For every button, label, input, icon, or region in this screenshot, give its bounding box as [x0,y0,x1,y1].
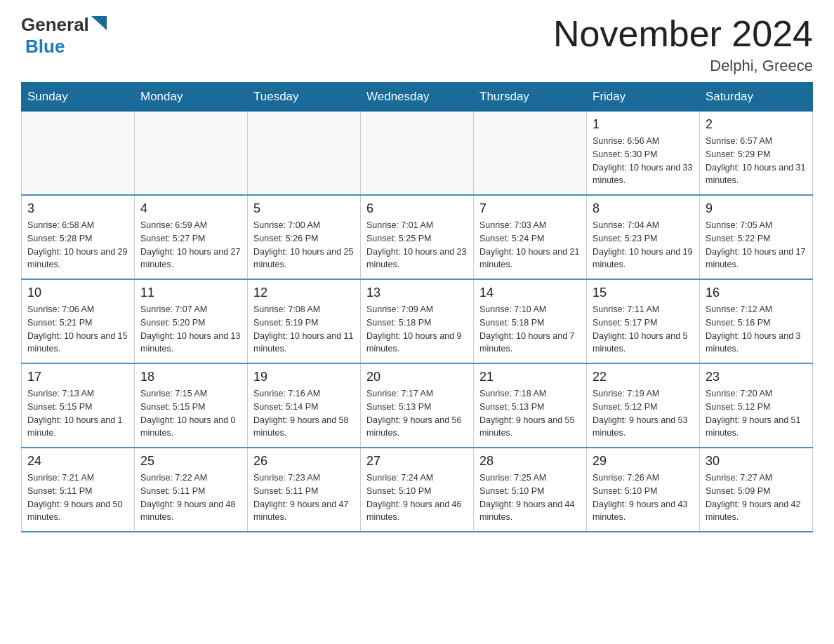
day-number: 17 [27,370,128,384]
day-info: Sunrise: 7:04 AMSunset: 5:23 PMDaylight:… [593,219,694,271]
day-info: Sunrise: 7:00 AMSunset: 5:26 PMDaylight:… [253,219,355,271]
calendar-cell: 27Sunrise: 7:24 AMSunset: 5:10 PMDayligh… [361,448,474,532]
day-number: 15 [593,286,694,300]
calendar-week-row: 10Sunrise: 7:06 AMSunset: 5:21 PMDayligh… [22,279,813,363]
calendar-cell: 23Sunrise: 7:20 AMSunset: 5:12 PMDayligh… [700,363,813,448]
header-saturday: Saturday [700,83,813,112]
calendar-cell: 20Sunrise: 7:17 AMSunset: 5:13 PMDayligh… [361,363,474,448]
calendar-cell: 2Sunrise: 6:57 AMSunset: 5:29 PMDaylight… [700,112,813,196]
day-info: Sunrise: 6:58 AMSunset: 5:28 PMDaylight:… [27,219,128,271]
calendar-cell: 15Sunrise: 7:11 AMSunset: 5:17 PMDayligh… [587,279,700,363]
day-info: Sunrise: 7:09 AMSunset: 5:18 PMDaylight:… [366,303,468,356]
day-number: 10 [27,286,128,300]
calendar-cell: 18Sunrise: 7:15 AMSunset: 5:15 PMDayligh… [135,363,248,448]
page-header: General Blue November 2024 Delphi, Greec… [21,14,813,75]
header-friday: Friday [587,83,700,112]
day-number: 19 [253,370,355,384]
header-tuesday: Tuesday [248,83,361,112]
calendar-cell: 7Sunrise: 7:03 AMSunset: 5:24 PMDaylight… [474,195,587,279]
day-info: Sunrise: 7:03 AMSunset: 5:24 PMDaylight:… [479,219,581,271]
day-number: 18 [140,370,241,384]
day-number: 29 [593,454,694,469]
day-info: Sunrise: 7:18 AMSunset: 5:13 PMDaylight:… [479,387,581,440]
calendar-cell: 10Sunrise: 7:06 AMSunset: 5:21 PMDayligh… [22,279,135,363]
calendar-cell: 22Sunrise: 7:19 AMSunset: 5:12 PMDayligh… [587,363,700,448]
day-info: Sunrise: 6:56 AMSunset: 5:30 PMDaylight:… [593,135,694,187]
day-number: 14 [479,286,581,300]
day-number: 13 [366,286,468,300]
calendar-cell: 13Sunrise: 7:09 AMSunset: 5:18 PMDayligh… [361,279,474,363]
header-sunday: Sunday [22,83,135,112]
svg-marker-0 [91,16,107,30]
calendar-cell [22,112,135,196]
day-info: Sunrise: 7:11 AMSunset: 5:17 PMDaylight:… [593,303,694,356]
calendar-cell: 9Sunrise: 7:05 AMSunset: 5:22 PMDaylight… [700,195,813,279]
logo-arrow-icon [91,16,107,30]
calendar-table: SundayMondayTuesdayWednesdayThursdayFrid… [21,82,813,532]
day-info: Sunrise: 7:06 AMSunset: 5:21 PMDaylight:… [27,303,128,356]
day-info: Sunrise: 7:23 AMSunset: 5:11 PMDaylight:… [253,471,355,524]
day-info: Sunrise: 6:59 AMSunset: 5:27 PMDaylight:… [140,219,241,271]
calendar-cell: 14Sunrise: 7:10 AMSunset: 5:18 PMDayligh… [474,279,587,363]
day-info: Sunrise: 7:26 AMSunset: 5:10 PMDaylight:… [593,471,694,524]
day-info: Sunrise: 7:13 AMSunset: 5:15 PMDaylight:… [27,387,128,440]
day-number: 23 [706,370,807,384]
day-number: 26 [253,454,355,469]
day-number: 12 [253,286,355,300]
calendar-cell: 17Sunrise: 7:13 AMSunset: 5:15 PMDayligh… [22,363,135,448]
header-thursday: Thursday [474,83,587,112]
calendar-cell: 12Sunrise: 7:08 AMSunset: 5:19 PMDayligh… [248,279,361,363]
calendar-cell: 6Sunrise: 7:01 AMSunset: 5:25 PMDaylight… [361,195,474,279]
day-info: Sunrise: 7:24 AMSunset: 5:10 PMDaylight:… [366,471,468,524]
day-number: 16 [706,286,807,300]
calendar-cell [248,112,361,196]
calendar-cell: 16Sunrise: 7:12 AMSunset: 5:16 PMDayligh… [700,279,813,363]
day-info: Sunrise: 7:17 AMSunset: 5:13 PMDaylight:… [366,387,468,440]
day-number: 6 [366,201,468,216]
day-number: 1 [593,117,694,132]
calendar-cell: 28Sunrise: 7:25 AMSunset: 5:10 PMDayligh… [474,448,587,532]
calendar-cell: 1Sunrise: 6:56 AMSunset: 5:30 PMDaylight… [587,112,700,196]
day-number: 5 [253,201,355,216]
day-number: 30 [706,454,807,469]
day-number: 25 [140,454,241,469]
calendar-cell: 5Sunrise: 7:00 AMSunset: 5:26 PMDaylight… [248,195,361,279]
day-number: 27 [366,454,468,469]
day-info: Sunrise: 7:15 AMSunset: 5:15 PMDaylight:… [140,387,241,440]
calendar-cell [135,112,248,196]
day-number: 11 [140,286,241,300]
calendar-cell: 4Sunrise: 6:59 AMSunset: 5:27 PMDaylight… [135,195,248,279]
day-info: Sunrise: 7:16 AMSunset: 5:14 PMDaylight:… [253,387,355,440]
calendar-cell: 26Sunrise: 7:23 AMSunset: 5:11 PMDayligh… [248,448,361,532]
day-info: Sunrise: 7:21 AMSunset: 5:11 PMDaylight:… [27,471,128,524]
day-info: Sunrise: 7:10 AMSunset: 5:18 PMDaylight:… [479,303,581,356]
calendar-cell: 21Sunrise: 7:18 AMSunset: 5:13 PMDayligh… [474,363,587,448]
calendar-cell: 25Sunrise: 7:22 AMSunset: 5:11 PMDayligh… [135,448,248,532]
day-number: 28 [479,454,581,469]
header-wednesday: Wednesday [361,83,474,112]
location-subtitle: Delphi, Greece [553,57,813,75]
day-info: Sunrise: 7:08 AMSunset: 5:19 PMDaylight:… [253,303,355,356]
day-info: Sunrise: 7:22 AMSunset: 5:11 PMDaylight:… [140,471,241,524]
day-number: 21 [479,370,581,384]
day-info: Sunrise: 7:20 AMSunset: 5:12 PMDaylight:… [706,387,807,440]
day-info: Sunrise: 7:07 AMSunset: 5:20 PMDaylight:… [140,303,241,356]
calendar-cell [361,112,474,196]
day-number: 8 [593,201,694,216]
day-number: 20 [366,370,468,384]
calendar-cell: 29Sunrise: 7:26 AMSunset: 5:10 PMDayligh… [587,448,700,532]
calendar-cell: 24Sunrise: 7:21 AMSunset: 5:11 PMDayligh… [22,448,135,532]
calendar-header-row: SundayMondayTuesdayWednesdayThursdayFrid… [22,83,813,112]
day-number: 2 [706,117,807,132]
calendar-cell: 19Sunrise: 7:16 AMSunset: 5:14 PMDayligh… [248,363,361,448]
calendar-cell: 30Sunrise: 7:27 AMSunset: 5:09 PMDayligh… [700,448,813,532]
day-info: Sunrise: 6:57 AMSunset: 5:29 PMDaylight:… [706,135,807,187]
calendar-cell: 8Sunrise: 7:04 AMSunset: 5:23 PMDaylight… [587,195,700,279]
day-info: Sunrise: 7:12 AMSunset: 5:16 PMDaylight:… [706,303,807,356]
day-info: Sunrise: 7:25 AMSunset: 5:10 PMDaylight:… [479,471,581,524]
day-info: Sunrise: 7:27 AMSunset: 5:09 PMDaylight:… [706,471,807,524]
logo-general-text: General [21,14,89,36]
day-number: 22 [593,370,694,384]
calendar-week-row: 17Sunrise: 7:13 AMSunset: 5:15 PMDayligh… [22,363,813,448]
logo: General Blue [21,14,107,58]
